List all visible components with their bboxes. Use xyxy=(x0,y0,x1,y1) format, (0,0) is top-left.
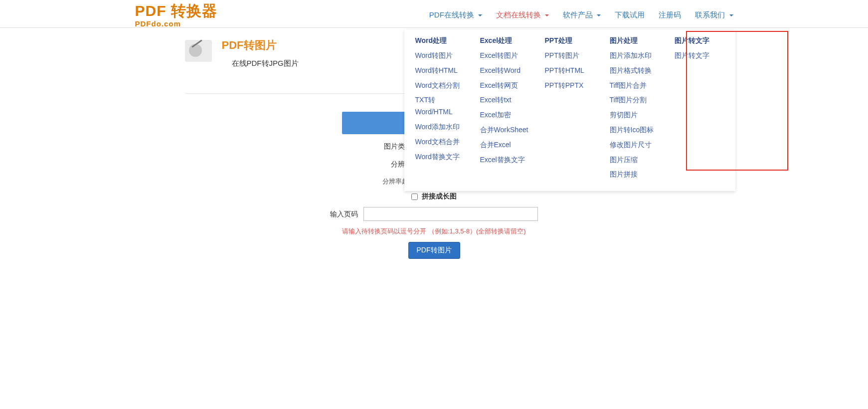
nav-pdf-online[interactable]: PDF在线转换 xyxy=(429,3,482,27)
nav-register[interactable]: 注册码 xyxy=(659,3,681,27)
mega-link[interactable]: 合并WorkSheet xyxy=(480,123,530,138)
mega-link[interactable]: Tiff图片合并 xyxy=(610,78,660,93)
mega-title: 图片转文字 xyxy=(675,36,724,45)
mega-col-word: Word处理 Word转图片 Word转HTML Word文档分割 TXT转Wo… xyxy=(415,36,465,182)
mega-link[interactable]: Word替换文字 xyxy=(415,150,465,165)
caret-down-icon xyxy=(478,14,482,16)
mega-link[interactable]: TXT转Word/HTML xyxy=(415,93,465,120)
mega-col-image: 图片处理 图片添加水印 图片格式转换 Tiff图片合并 Tiff图片分割 剪切图… xyxy=(610,36,660,182)
nav-label: 文档在线转换 xyxy=(496,10,541,19)
mega-link[interactable]: 图片格式转换 xyxy=(610,63,660,78)
nav-download[interactable]: 下载试用 xyxy=(615,3,645,27)
page-num-input[interactable] xyxy=(363,207,538,221)
mega-link[interactable]: Excel转网页 xyxy=(480,78,530,93)
mega-link[interactable]: Excel替换文字 xyxy=(480,153,530,168)
mega-link[interactable]: Tiff图片分割 xyxy=(610,93,660,108)
stitch-checkbox-label[interactable]: 拼接成长图 xyxy=(411,192,457,200)
nav-label: PDF在线转换 xyxy=(429,10,474,19)
caret-down-icon xyxy=(597,14,601,16)
mega-col-excel: Excel处理 Excel转图片 Excel转Word Excel转网页 Exc… xyxy=(480,36,530,182)
mega-link[interactable]: Word文档合并 xyxy=(415,135,465,150)
mega-link[interactable]: 剪切图片 xyxy=(610,108,660,123)
nav-label: 联系我们 xyxy=(695,10,725,19)
tool-folder-icon xyxy=(185,40,212,62)
mega-link[interactable]: Word转图片 xyxy=(415,48,465,63)
mega-link[interactable]: 修改图片尺寸 xyxy=(610,138,660,153)
mega-link[interactable]: 图片拼接 xyxy=(610,167,660,182)
mega-title: Excel处理 xyxy=(480,36,530,45)
mega-link[interactable]: Excel加密 xyxy=(480,108,530,123)
page-subtitle: 在线PDF转JPG图片 xyxy=(232,59,299,68)
mega-link[interactable]: 图片转文字 xyxy=(675,48,724,63)
mega-title: PPT处理 xyxy=(545,36,595,45)
doc-online-dropdown: Word处理 Word转图片 Word转HTML Word文档分割 TXT转Wo… xyxy=(404,29,735,191)
mega-title: 图片处理 xyxy=(610,36,660,45)
main-nav: PDF在线转换 文档在线转换 软件产品 下载试用 注册码 联系我们 xyxy=(429,3,733,27)
convert-button[interactable]: PDF转图片 xyxy=(408,242,460,259)
mega-link[interactable]: Word转HTML xyxy=(415,63,465,78)
mega-link[interactable]: 图片添加水印 xyxy=(610,48,660,63)
mega-link[interactable]: Word文档分割 xyxy=(415,78,465,93)
mega-link[interactable]: 图片压缩 xyxy=(610,153,660,168)
mega-col-ocr: 图片转文字 图片转文字 xyxy=(675,36,724,182)
caret-down-icon xyxy=(729,14,733,16)
nav-label: 软件产品 xyxy=(563,10,593,19)
nav-doc-online[interactable]: 文档在线转换 xyxy=(496,3,549,27)
stitch-checkbox[interactable] xyxy=(411,194,418,200)
page-num-label: 输入页码 xyxy=(330,210,358,218)
mega-link[interactable]: Excel转图片 xyxy=(480,48,530,63)
logo-sub: PDFdo.com xyxy=(135,20,181,28)
logo[interactable]: PDF 转换器 PDFdo.com xyxy=(135,3,217,27)
logo-main: PDF 转换器 xyxy=(135,3,217,19)
mega-col-ppt: PPT处理 PPT转图片 PPT转HTML PPT转PPTX xyxy=(545,36,595,182)
mega-link[interactable]: Excel转txt xyxy=(480,93,530,108)
page-title: PDF转图片 xyxy=(222,38,299,53)
mega-link[interactable]: PPT转HTML xyxy=(545,63,595,78)
mega-link[interactable]: PPT转PPTX xyxy=(545,78,595,93)
mega-link[interactable]: 图片转Ico图标 xyxy=(610,123,660,138)
mega-link[interactable]: Excel转Word xyxy=(480,63,530,78)
mega-title: Word处理 xyxy=(415,36,465,45)
nav-contact[interactable]: 联系我们 xyxy=(695,3,733,27)
caret-down-icon xyxy=(545,14,549,16)
page-num-hint: 请输入待转换页码以逗号分开 （例如:1,3,5-8）(全部转换请留空) xyxy=(185,227,684,236)
mega-link[interactable]: PPT转图片 xyxy=(545,48,595,63)
mega-link[interactable]: 合并Excel xyxy=(480,138,530,153)
mega-link[interactable]: Word添加水印 xyxy=(415,120,465,135)
nav-products[interactable]: 软件产品 xyxy=(563,3,601,27)
stitch-label-text: 拼接成长图 xyxy=(422,192,457,200)
